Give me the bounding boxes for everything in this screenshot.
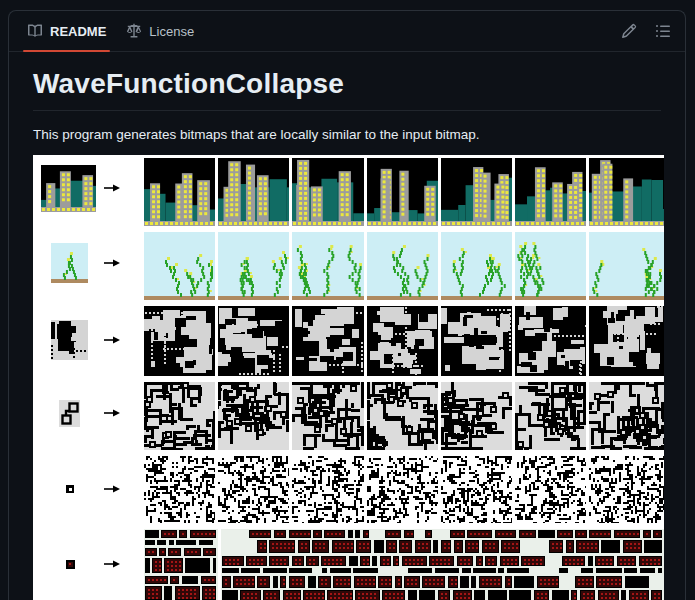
pencil-icon (621, 23, 637, 39)
page-title: WaveFunctionCollapse (33, 66, 661, 111)
description-text: This program generates bitmaps that are … (33, 125, 661, 145)
tabbar-spacer (204, 11, 615, 51)
readme-card: README License (8, 10, 686, 600)
tab-license-label: License (149, 24, 194, 39)
active-tab-indicator (23, 50, 110, 52)
edit-readme-button[interactable] (615, 17, 643, 45)
list-icon (655, 23, 671, 39)
tab-readme[interactable]: README (17, 11, 116, 51)
outline-button[interactable] (649, 17, 677, 45)
readme-tab-bar: README License (9, 11, 685, 52)
wfc-examples-image (33, 155, 664, 600)
markdown-body: WaveFunctionCollapse This program genera… (9, 52, 685, 600)
book-icon (27, 23, 43, 39)
wfc-examples-canvas (33, 155, 664, 600)
law-icon (126, 23, 142, 39)
tab-license[interactable]: License (116, 11, 204, 51)
tab-readme-label: README (50, 24, 106, 39)
